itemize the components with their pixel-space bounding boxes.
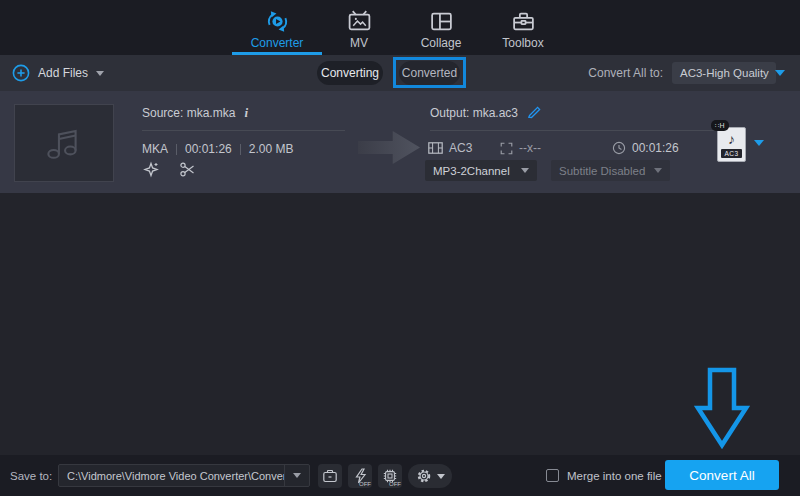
- format-quality-badge: ∷H: [711, 120, 729, 131]
- source-divider: [142, 130, 345, 131]
- output-divider: [430, 130, 740, 131]
- chevron-down-icon: [654, 168, 662, 173]
- toolbar: Add Files Converting Converted Convert A…: [0, 55, 800, 91]
- convert-all-to-label: Convert All to:: [588, 66, 663, 80]
- tab-toolbox[interactable]: Toolbox: [482, 0, 564, 55]
- output-filename: Output: mka.ac3: [430, 106, 518, 120]
- music-note-icon: [41, 123, 87, 163]
- output-format-value: AC3: [449, 141, 472, 155]
- chevron-down-icon: [437, 474, 445, 479]
- source-tools: [142, 160, 196, 178]
- merge-option[interactable]: Merge into one file: [546, 455, 662, 496]
- converter-icon: [265, 8, 290, 34]
- rename-icon[interactable]: [527, 105, 542, 120]
- merge-checkbox[interactable]: [546, 469, 559, 482]
- source-duration: 00:01:26: [185, 142, 232, 156]
- info-icon[interactable]: i: [244, 105, 248, 121]
- output-duration-value: 00:01:26: [632, 141, 679, 155]
- hardware-acceleration-toggle[interactable]: OFF: [378, 464, 402, 488]
- add-files-caret-icon[interactable]: [96, 71, 104, 76]
- chevron-down-icon: [521, 168, 529, 173]
- path-dropdown-caret[interactable]: [285, 473, 309, 478]
- music-note-icon: ♪: [728, 131, 735, 147]
- tab-toolbox-label: Toolbox: [502, 36, 543, 50]
- format-chevron-down-icon[interactable]: [754, 140, 764, 146]
- open-folder-button[interactable]: [318, 464, 342, 488]
- output-format-info: AC3: [428, 141, 472, 155]
- file-row[interactable]: Source: mka.mka i MKA 00:01:26 2.00 MB: [0, 91, 800, 193]
- tab-collage-label: Collage: [421, 36, 462, 50]
- top-navigation: Converter MV Collage: [0, 0, 800, 55]
- output-dimensions-value: --x--: [519, 141, 541, 155]
- chevron-down-icon: [775, 70, 785, 76]
- hardware-off-label: OFF: [389, 481, 401, 487]
- file-thumbnail: [14, 104, 114, 182]
- file-list-empty-area: [0, 193, 800, 455]
- subtitle-dropdown[interactable]: Subtitle Disabled: [551, 160, 670, 181]
- add-files-button[interactable]: Add Files: [8, 55, 108, 91]
- separator: [240, 144, 241, 155]
- audio-format-dropdown[interactable]: MP3-2Channel: [425, 160, 537, 181]
- resolution-icon: [500, 142, 513, 155]
- gear-icon: [416, 468, 432, 484]
- tab-collage[interactable]: Collage: [400, 0, 482, 55]
- save-path-input[interactable]: C:\Vidmore\Vidmore Video Converter\Conve…: [58, 464, 310, 487]
- source-size: 2.00 MB: [249, 142, 294, 156]
- output-profile-value: AC3-High Quality: [680, 67, 769, 79]
- tab-converter-label: Converter: [251, 36, 304, 50]
- merge-label: Merge into one file: [567, 470, 662, 482]
- audio-format-value: MP3-2Channel: [433, 165, 515, 177]
- tab-mv[interactable]: MV: [318, 0, 400, 55]
- add-icon: [12, 64, 30, 82]
- save-to-label: Save to:: [10, 455, 52, 496]
- source-title: Source: mka.mka i: [142, 105, 248, 121]
- output-title: Output: mka.ac3: [430, 105, 542, 120]
- output-dimensions-info: --x--: [500, 141, 541, 155]
- output-format-file-icon[interactable]: ♪ AC3: [717, 127, 746, 162]
- mv-icon: [347, 8, 372, 34]
- source-to-output-arrow: [358, 131, 420, 164]
- high-speed-off-label: OFF: [359, 481, 371, 487]
- separator: [176, 144, 177, 155]
- source-format: MKA: [142, 142, 168, 156]
- settings-button[interactable]: [408, 464, 452, 488]
- converting-label: Converting: [321, 66, 379, 80]
- clock-icon: [612, 141, 626, 155]
- tab-converting[interactable]: Converting: [317, 61, 383, 85]
- save-path-value: C:\Vidmore\Vidmore Video Converter\Conve…: [59, 470, 284, 482]
- converted-label: Converted: [402, 66, 457, 80]
- tab-converted[interactable]: Converted: [399, 61, 460, 85]
- subtitle-value: Subtitle Disabled: [559, 165, 648, 177]
- high-speed-toggle[interactable]: OFF: [348, 464, 372, 488]
- source-filename: Source: mka.mka: [142, 106, 235, 120]
- cut-button[interactable]: [178, 160, 196, 178]
- bottom-bar: Save to: C:\Vidmore\Vidmore Video Conver…: [0, 455, 800, 496]
- output-duration-info: 00:01:26: [612, 141, 679, 155]
- toolbox-icon: [511, 8, 536, 34]
- tab-mv-label: MV: [350, 36, 368, 50]
- edit-effects-button[interactable]: [142, 160, 160, 178]
- convert-all-button[interactable]: Convert All: [665, 460, 779, 490]
- format-label: AC3: [721, 149, 742, 158]
- tab-converter[interactable]: Converter: [236, 0, 318, 55]
- collage-icon: [429, 8, 454, 34]
- folder-icon: [322, 468, 338, 484]
- add-files-label: Add Files: [38, 66, 88, 80]
- convert-all-to-group: Convert All to: AC3-High Quality: [588, 55, 776, 91]
- source-metadata: MKA 00:01:26 2.00 MB: [142, 142, 293, 156]
- film-icon: [428, 142, 443, 154]
- app-window: Converter MV Collage: [0, 0, 800, 496]
- output-profile-dropdown[interactable]: AC3-High Quality: [672, 62, 776, 84]
